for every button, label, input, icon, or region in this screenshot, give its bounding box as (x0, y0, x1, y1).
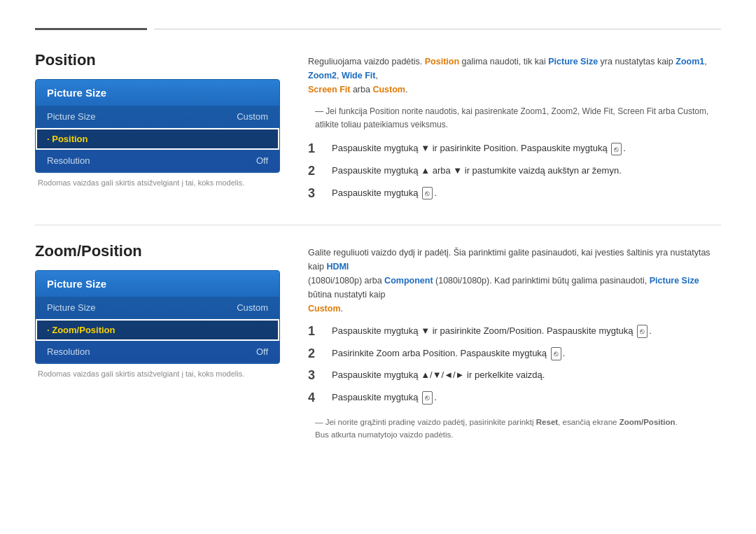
position-item-2-value: Off (256, 155, 268, 166)
zoom-menu-item-0[interactable]: Picture Size Custom (36, 297, 279, 319)
zoom-right: Galite reguliuoti vaizdo dydį ir padėtį.… (308, 242, 721, 441)
position-title: Position (35, 51, 280, 69)
section-divider (35, 225, 721, 225)
zoom-item-2-label: Resolution (47, 346, 90, 357)
position-highlight-3: Zoom1 (676, 57, 704, 66)
zoom-menu-item-2[interactable]: Resolution Off (36, 341, 279, 363)
zoom-steps: 1 Paspauskite mygtuką ▼ ir pasirinkite Z… (308, 324, 721, 405)
zoom-menu-box: Picture Size Picture Size Custom · Zoom/… (35, 270, 280, 364)
position-intro: Reguliuojama vaizdo padėtis. Position ga… (308, 55, 721, 97)
zoom-item-0-value: Custom (237, 302, 268, 313)
divider-light (154, 29, 721, 29)
zoom-position-section: Zoom/Position Picture Size Picture Size … (35, 242, 721, 441)
position-highlight-1: Position (425, 57, 459, 66)
position-menu-item-0[interactable]: Picture Size Custom (36, 106, 279, 128)
position-note-h3: Zoom2 (552, 106, 578, 116)
position-note-h1: Position (370, 106, 400, 116)
zoom-footnote: Rodomas vaizdas gali skirtis atsižvelgia… (35, 370, 280, 378)
zoom-note2: Jei norite grąžinti pradinę vaizdo padėt… (308, 416, 721, 442)
position-right: Reguliuojama vaizdo padėtis. Position ga… (308, 51, 721, 208)
top-divider (35, 28, 721, 30)
zoom-step-3: 3 Paspauskite mygtuką ▲/▼/◄/► ir perkelk… (308, 368, 721, 384)
position-item-2-label: Resolution (47, 155, 90, 166)
position-note-h2: Zoom1 (521, 106, 547, 116)
position-highlight-4: Zoom2 (308, 71, 337, 80)
position-highlight-6: Screen Fit (308, 85, 350, 94)
position-menu-item-2[interactable]: Resolution Off (36, 150, 279, 172)
zoom-h1: HDMI (326, 262, 349, 272)
position-menu-item-1[interactable]: · Position (36, 128, 279, 150)
position-left: Position Picture Size Picture Size Custo… (35, 51, 280, 208)
position-step-1: 1 Paspauskite mygtuką ▼ ir pasirinkite P… (308, 141, 721, 157)
position-note: Jei funkcija Position norite naudotis, k… (308, 105, 721, 132)
position-highlight-2: Picture Size (548, 57, 598, 66)
zoom-h4: Custom (308, 304, 341, 314)
position-footnote: Rodomas vaizdas gali skirtis atsižvelgia… (35, 178, 280, 187)
zoom-menu-item-1[interactable]: · Zoom/Position (36, 319, 279, 341)
position-highlight-7: Custom (372, 85, 405, 94)
zoom-h3: Picture Size (650, 276, 699, 286)
position-menu-header: Picture Size (36, 80, 279, 106)
position-steps: 1 Paspauskite mygtuką ▼ ir pasirinkite P… (308, 141, 721, 201)
position-step-2: 2 Paspauskite mygtuką ▲ arba ▼ ir pastum… (308, 164, 721, 179)
position-section: Position Picture Size Picture Size Custo… (35, 51, 721, 208)
zoom-step-1: 1 Paspauskite mygtuką ▼ ir pasirinkite Z… (308, 324, 721, 339)
zoom-h2: Component (384, 276, 433, 286)
zoom-item-2-value: Off (256, 346, 268, 357)
zoom-step-4: 4 Paspauskite mygtuką ⎋. (308, 391, 721, 406)
position-item-0-value: Custom (237, 111, 268, 122)
zoom-intro: Galite reguliuoti vaizdo dydį ir padėtį.… (308, 246, 721, 316)
position-highlight-5: Wide Fit (342, 71, 376, 80)
zoom-title: Zoom/Position (35, 242, 280, 260)
position-note-h6: Custom (678, 106, 706, 116)
position-note-h5: Screen Fit (617, 106, 656, 116)
zoom-item-1-label: · Zoom/Position (47, 325, 115, 335)
position-item-1-label: · Position (47, 134, 88, 144)
position-item-0-label: Picture Size (47, 111, 95, 122)
divider-dark (35, 28, 147, 30)
zoom-step-2: 2 Pasirinkite Zoom arba Position. Paspau… (308, 346, 721, 362)
position-menu-box: Picture Size Picture Size Custom · Posit… (35, 79, 280, 173)
zoom-menu-header: Picture Size (36, 271, 279, 297)
zoom-left: Zoom/Position Picture Size Picture Size … (35, 242, 280, 441)
position-note-h4: Wide Fit (582, 106, 613, 116)
position-step-3: 3 Paspauskite mygtuką ⎋. (308, 186, 721, 202)
zoom-item-0-label: Picture Size (47, 302, 95, 313)
